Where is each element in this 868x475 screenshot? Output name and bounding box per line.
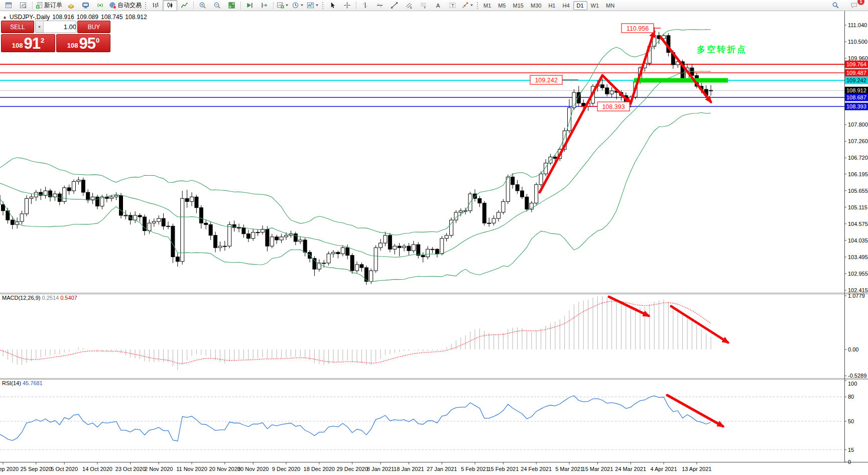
volume-decrease-button[interactable]: ▼ xyxy=(36,21,44,33)
svg-text:25 Sep 2020: 25 Sep 2020 xyxy=(21,466,52,472)
timeframe-m15[interactable]: M15 xyxy=(510,1,527,10)
support-band[interactable] xyxy=(634,78,728,83)
timeframe-m5[interactable]: M5 xyxy=(494,1,509,10)
svg-text:8 Jan 2021: 8 Jan 2021 xyxy=(367,466,394,472)
sell-price-prefix: 108 xyxy=(12,41,23,50)
svg-text:18 Jan 2021: 18 Jan 2021 xyxy=(394,466,424,472)
svg-text:T: T xyxy=(451,3,454,8)
notifications-button[interactable]: 1 xyxy=(847,0,861,11)
volume-input[interactable] xyxy=(44,21,76,33)
toolbar-separator xyxy=(193,2,194,10)
tile-windows-button[interactable] xyxy=(224,0,239,11)
macd-pane[interactable] xyxy=(0,296,711,370)
search-button[interactable] xyxy=(828,0,843,11)
time-axis[interactable]: 16 Sep 202025 Sep 20205 Oct 202014 Oct 2… xyxy=(0,462,711,472)
svg-text:108.912: 108.912 xyxy=(846,87,866,93)
signal-icon xyxy=(96,2,104,9)
equidistant-channel-button[interactable]: E xyxy=(402,0,416,11)
macd-down-arrow-1[interactable] xyxy=(609,297,649,316)
chart-shift-button[interactable] xyxy=(257,0,272,11)
zoom-in-button[interactable] xyxy=(195,0,210,11)
bar-chart-button[interactable] xyxy=(148,0,163,11)
svg-text:102.955: 102.955 xyxy=(848,271,868,277)
ohlc-open: 108.916 xyxy=(52,14,74,21)
svg-text:18 Dec 2020: 18 Dec 2020 xyxy=(304,466,335,472)
toolbar-grip xyxy=(145,2,146,9)
cursor-button[interactable] xyxy=(325,0,340,11)
timeframe-h4[interactable]: H4 xyxy=(559,1,573,10)
svg-text:109.487: 109.487 xyxy=(846,70,866,76)
timeframe-h1[interactable]: H1 xyxy=(545,1,559,10)
candlestick-chart-button[interactable] xyxy=(163,0,177,11)
svg-text:106.720: 106.720 xyxy=(848,155,868,161)
chart-preview-button[interactable] xyxy=(16,0,31,11)
text-button[interactable]: A xyxy=(431,0,445,11)
svg-text:109.960: 109.960 xyxy=(848,55,868,61)
svg-text:A: A xyxy=(436,3,440,9)
svg-text:15 Mar 2021: 15 Mar 2021 xyxy=(582,466,613,472)
periods-button[interactable] xyxy=(290,0,305,11)
svg-text:2 Nov 2020: 2 Nov 2020 xyxy=(145,466,173,472)
chevron-down-icon xyxy=(470,4,473,7)
timeframe-d1[interactable]: D1 xyxy=(573,1,587,10)
svg-text:108.687: 108.687 xyxy=(846,94,866,100)
rsi-down-arrow[interactable] xyxy=(667,395,723,426)
new-order-button-label: 新订单 xyxy=(44,1,62,10)
horizontal-line-button[interactable] xyxy=(373,0,387,11)
candles xyxy=(0,27,713,285)
indicators-button[interactable] xyxy=(305,0,320,11)
macd-down-arrow-2[interactable] xyxy=(671,306,728,342)
timeframe-m30[interactable]: M30 xyxy=(527,1,545,10)
arrows-button[interactable] xyxy=(460,0,475,11)
price-up-arrow-1[interactable] xyxy=(540,75,631,192)
line-chart-button[interactable] xyxy=(177,0,192,11)
buy-button[interactable]: BUY xyxy=(77,21,110,33)
history-center-button[interactable] xyxy=(64,0,78,11)
svg-text:110.500: 110.500 xyxy=(848,39,867,45)
toolbar-separator xyxy=(273,2,274,10)
svg-text:50: 50 xyxy=(848,418,854,424)
text-icon: A xyxy=(434,2,442,9)
auto-trading-button[interactable]: 自动交易 xyxy=(107,0,143,11)
sell-price-big: 91 xyxy=(24,37,40,50)
new-chart-button[interactable] xyxy=(275,0,290,11)
sell-price-button[interactable]: 108 91 2 xyxy=(1,34,55,52)
crosshair-icon xyxy=(343,2,351,9)
svg-text:104.575: 104.575 xyxy=(848,221,868,227)
toolbar-grip xyxy=(322,2,323,9)
buy-price-button[interactable]: 108 95 0 xyxy=(56,34,110,52)
ohlc-close: 108.912 xyxy=(125,14,147,21)
svg-text:29 Dec 2020: 29 Dec 2020 xyxy=(336,466,367,472)
timeframe-m1[interactable]: M1 xyxy=(480,1,494,10)
timeframe-mn[interactable]: MN xyxy=(602,1,618,10)
text-label-button[interactable]: T xyxy=(445,0,460,11)
chevron-down-icon xyxy=(315,4,319,7)
signals-button[interactable] xyxy=(93,0,107,11)
symbol-title: USDJPY-,Daily xyxy=(10,14,50,21)
timeframe-w1[interactable]: W1 xyxy=(587,1,603,10)
svg-text:4 Apr 2021: 4 Apr 2021 xyxy=(650,466,677,472)
rsi-label: RSI(14) 45.7681 xyxy=(2,380,43,386)
vertical-line-button[interactable] xyxy=(358,0,373,11)
svg-text:108.393: 108.393 xyxy=(602,103,625,110)
main-price-pane[interactable] xyxy=(0,27,844,285)
zoom-out-button[interactable] xyxy=(210,0,224,11)
price-chart-canvas[interactable]: 111.040110.500109.960107.800107.260106.7… xyxy=(0,0,868,475)
svg-text:111.040: 111.040 xyxy=(848,22,867,28)
svg-text:-0.5289: -0.5289 xyxy=(848,373,866,379)
fibonacci-button[interactable]: F xyxy=(416,0,431,11)
auto-scroll-button[interactable] xyxy=(242,0,257,11)
volume-stepper: ▼ ▲ xyxy=(35,21,76,33)
svg-text:15: 15 xyxy=(848,447,854,453)
crosshair-button[interactable] xyxy=(340,0,354,11)
trendline-button[interactable] xyxy=(387,0,402,11)
collapse-arrow-icon[interactable]: ▲ xyxy=(3,15,7,20)
sell-button[interactable]: SELL xyxy=(1,21,34,33)
window-list-button[interactable] xyxy=(2,0,16,11)
new-order-button[interactable]: 新订单 xyxy=(34,0,64,11)
price-axis[interactable]: 111.040110.500109.960107.800107.260106.7… xyxy=(844,22,868,465)
annotations[interactable]: 110.956109.242108.393多空转折点 xyxy=(530,24,747,426)
svg-text:109.242: 109.242 xyxy=(535,77,557,84)
terminal-button[interactable] xyxy=(78,0,93,11)
turning-point-note[interactable]: 多空转折点 xyxy=(697,44,747,54)
